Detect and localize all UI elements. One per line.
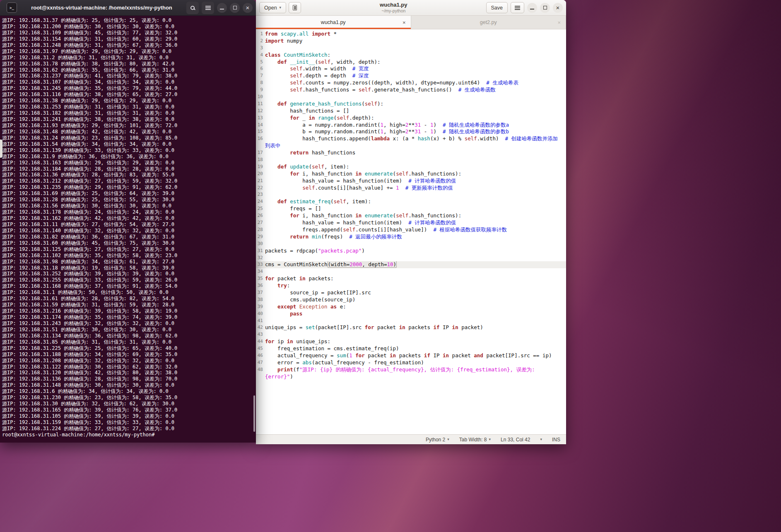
code-line[interactable]: 44for ip in unique_ips: bbox=[256, 338, 566, 345]
terminal-output-line: 源IP: 192.168.31.18 的精确值为: 19, 估计值为: 58, … bbox=[2, 265, 256, 271]
code-line[interactable]: 28 freqs.append(self.counts[i][hash_valu… bbox=[256, 226, 566, 234]
code-line[interactable]: 6 self.width = width # 宽度 bbox=[256, 65, 566, 72]
code-line[interactable]: 25 freqs = [] bbox=[256, 205, 566, 212]
terminal-menu-button[interactable] bbox=[202, 2, 214, 14]
terminal-output-line: 源IP: 192.168.31.208 的精确值为: 32, 估计值为: 32,… bbox=[2, 358, 256, 364]
terminal-output-line: 源IP: 192.168.31.248 的精确值为: 31, 估计值为: 67,… bbox=[2, 42, 256, 48]
terminal-maximize-button[interactable] bbox=[230, 3, 240, 13]
code-line[interactable]: 35for packet in packets: bbox=[256, 275, 566, 282]
code-line[interactable]: 39 except Exception as e: bbox=[256, 303, 566, 311]
line-number: 38 bbox=[257, 296, 265, 303]
line-number: 16 bbox=[257, 135, 265, 142]
line-number: 11 bbox=[257, 101, 265, 108]
line-number: 3 bbox=[257, 45, 265, 52]
code-line[interactable]: 13 for _ in range(self.depth): bbox=[256, 115, 566, 122]
terminal-output-line: 源IP: 192.168.31.235 的精确值为: 29, 估计值为: 91,… bbox=[2, 184, 256, 190]
code-line[interactable]: 34 bbox=[256, 268, 566, 275]
code-editor[interactable]: 1from scapy.all import *2import numpy34c… bbox=[256, 29, 566, 434]
terminal-scrollbar[interactable] bbox=[253, 395, 255, 432]
editor-maximize-button[interactable] bbox=[540, 3, 550, 13]
code-line[interactable]: 17 return hash_functions bbox=[256, 149, 566, 156]
terminal-minimize-button[interactable] bbox=[217, 3, 227, 13]
code-line[interactable]: 3 bbox=[256, 45, 566, 52]
code-line[interactable]: 19 def update(self, item): bbox=[256, 164, 566, 171]
code-line[interactable]: 30 bbox=[256, 241, 566, 248]
code-line[interactable]: 22 self.counts[i][hash_value] += 1 # 更新频… bbox=[256, 185, 566, 192]
editor-window: Open ▾ wucha1.py ~/my-python Save bbox=[256, 0, 566, 444]
terminal-output[interactable]: 源IP: 192.168.31.37 的精确值为: 25, 估计值为: 25, … bbox=[0, 16, 256, 443]
code-line[interactable]: 18 bbox=[256, 156, 566, 164]
code-line[interactable]: 9 self.hash_functions = self.generate_ha… bbox=[256, 87, 566, 94]
code-line[interactable]: 45 freq_estimation = cms.estimate_freq(i… bbox=[256, 345, 566, 352]
code-line[interactable]: {error}") bbox=[256, 373, 566, 380]
terminal-search-button[interactable] bbox=[186, 2, 199, 14]
terminal-output-line: 源IP: 192.168.31.78 的精确值为: 38, 估计值为: 80, … bbox=[2, 61, 256, 67]
code-line[interactable]: 38 cms.update(source_ip) bbox=[256, 296, 566, 303]
code-line[interactable]: 到表中 bbox=[256, 142, 566, 149]
terminal-output-line: 源IP: 192.168.31.159 的精确值为: 33, 估计值为: 33,… bbox=[2, 419, 256, 426]
code-line[interactable]: 14 a = numpy.random.randint(1, high=2**3… bbox=[256, 122, 566, 129]
code-line[interactable]: 1from scapy.all import * bbox=[256, 31, 566, 38]
code-line[interactable]: 48 print(f"源IP: {ip} 的精确值为: {actual_freq… bbox=[256, 366, 566, 373]
goto-line-dropdown[interactable]: ▾ bbox=[540, 438, 542, 441]
terminal-output-line: 源IP: 192.168.31.51 的精确值为: 30, 估计值为: 30, … bbox=[2, 327, 256, 333]
language-selector[interactable]: Python 2 ▾ bbox=[426, 437, 449, 443]
chevron-down-icon: ▾ bbox=[447, 438, 449, 441]
tab-width-selector[interactable]: Tab Width: 8 ▾ bbox=[459, 437, 491, 443]
code-line[interactable]: 7 self.depth = depth # 深度 bbox=[256, 72, 566, 79]
code-line[interactable]: 26 for i, hash_function in enumerate(sel… bbox=[256, 212, 566, 219]
code-line[interactable]: 4class CountMinSketch: bbox=[256, 52, 566, 59]
line-number: 23 bbox=[257, 191, 265, 198]
minimize-icon bbox=[220, 9, 224, 10]
code-line[interactable]: 21 hash_value = hash_function(item) # 计算… bbox=[256, 178, 566, 185]
code-line[interactable]: 8 self.counts = numpy.zeros((depth, widt… bbox=[256, 79, 566, 87]
code-line[interactable]: 10 bbox=[256, 94, 566, 101]
editor-headerbar: Open ▾ wucha1.py ~/my-python Save bbox=[256, 0, 566, 16]
code-line[interactable]: 37 source_ip = packet[IP].src bbox=[256, 289, 566, 296]
code-line[interactable]: 15 b = numpy.random.randint(1, high=2**3… bbox=[256, 128, 566, 135]
tab-close-icon[interactable]: × bbox=[557, 19, 561, 26]
editor-menu-button[interactable] bbox=[511, 2, 524, 13]
code-line[interactable]: 24 def estimate_freq(self, item): bbox=[256, 198, 566, 205]
editor-close-button[interactable]: × bbox=[553, 3, 563, 13]
save-button[interactable]: Save bbox=[486, 2, 508, 13]
code-line[interactable]: 16 hash_functions.append(lambda x: (a * … bbox=[256, 135, 566, 142]
code-line[interactable]: 27 hash_value = hash_function(item) # 计算… bbox=[256, 219, 566, 226]
editor-header-left: Open ▾ bbox=[259, 2, 301, 13]
tab-close-icon[interactable]: × bbox=[403, 19, 406, 26]
line-number: 9 bbox=[257, 87, 265, 94]
code-line[interactable]: 43 bbox=[256, 331, 566, 338]
code-line[interactable]: 36 try: bbox=[256, 282, 566, 289]
code-line[interactable]: 5 def __init__(self, width, depth): bbox=[256, 59, 566, 66]
code-line[interactable]: 20 for i, hash_function in enumerate(sel… bbox=[256, 171, 566, 178]
code-line[interactable]: 46 actual_frequency = sum(1 for packet i… bbox=[256, 352, 566, 359]
bracket-match-highlight: (width=2000, depth=10) bbox=[328, 261, 397, 268]
line-number: 20 bbox=[257, 171, 265, 178]
tab-get2.py[interactable]: get2.py× bbox=[411, 16, 566, 29]
code-line[interactable]: 42unique_ips = set(packet[IP].src for pa… bbox=[256, 324, 566, 331]
terminal-output-line: 源IP: 192.168.31.148 的精确值为: 30, 估计值为: 30,… bbox=[2, 382, 256, 388]
open-button[interactable]: Open ▾ bbox=[259, 2, 286, 13]
cursor-position[interactable]: Ln 33, Col 42 bbox=[501, 437, 530, 443]
code-line[interactable]: 40 pass bbox=[256, 311, 566, 318]
line-number bbox=[257, 373, 265, 380]
code-line[interactable]: 47 error = abs(actual_frequency - freq_e… bbox=[256, 359, 566, 366]
status-bar: Python 2 ▾ Tab Width: 8 ▾ Ln 33, Col 42 … bbox=[256, 434, 566, 444]
code-line[interactable]: 2import numpy bbox=[256, 38, 566, 45]
line-number: 47 bbox=[257, 359, 265, 366]
code-line[interactable]: 33cms = CountMinSketch(width=2000, depth… bbox=[256, 261, 566, 268]
code-line[interactable]: 32 bbox=[256, 255, 566, 262]
code-line[interactable]: 41 bbox=[256, 318, 566, 325]
editor-minimize-button[interactable] bbox=[527, 3, 537, 13]
code-line[interactable]: 31packets = rdpcap("packets.pcap") bbox=[256, 248, 566, 255]
terminal-output-line: 源IP: 192.168.31.139 的精确值为: 33, 估计值为: 33,… bbox=[2, 147, 256, 154]
terminal-close-button[interactable]: × bbox=[243, 3, 253, 13]
code-line[interactable]: 23 bbox=[256, 191, 566, 198]
code-line[interactable]: 29 return min(freqs) # 返回最小的频率计数 bbox=[256, 234, 566, 241]
new-document-button[interactable] bbox=[289, 2, 301, 13]
maximize-icon bbox=[543, 6, 547, 10]
code-line[interactable]: 11 def generate_hash_functions(self): bbox=[256, 101, 566, 108]
terminal-output-line: 源IP: 192.168.31.69 的精确值为: 25, 估计值为: 64, … bbox=[2, 190, 256, 197]
code-line[interactable]: 12 hash_functions = [] bbox=[256, 108, 566, 115]
tab-wucha1.py[interactable]: wucha1.py× bbox=[256, 16, 411, 29]
